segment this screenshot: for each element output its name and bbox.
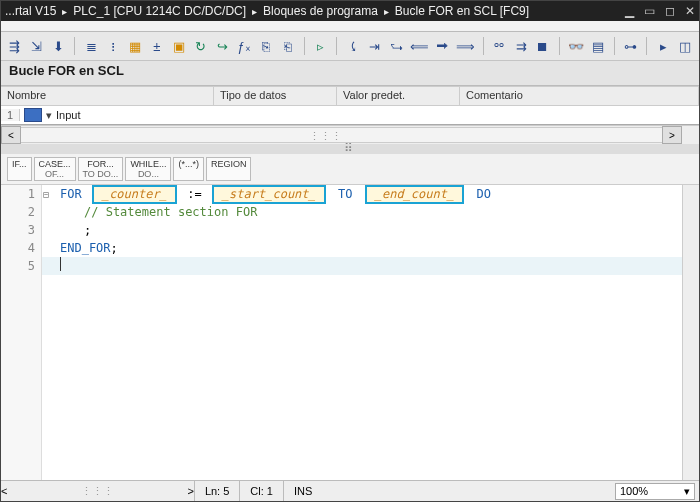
chevron-right-icon: ▸ — [384, 6, 389, 17]
block-icon[interactable]: ▦ — [127, 37, 143, 55]
kw-for: FOR — [60, 187, 82, 201]
chevron-right-icon: ▸ — [62, 6, 67, 17]
tpl-while[interactable]: WHILE...DO... — [125, 157, 171, 181]
col-default[interactable]: Valor predet. — [337, 87, 460, 105]
tool-icon[interactable]: ⎗ — [280, 37, 296, 55]
kw-do: DO — [476, 187, 490, 201]
col-comment[interactable]: Comentario — [460, 87, 699, 105]
tool-icon[interactable]: ⇲ — [29, 37, 45, 55]
panel-icon[interactable]: ◫ — [677, 37, 693, 55]
step-icon[interactable]: ⤹ — [345, 37, 361, 55]
tool-icon[interactable]: ⇶ — [7, 37, 23, 55]
comment-line: // Statement section FOR — [60, 205, 257, 219]
step-icon[interactable]: ⇥ — [367, 37, 383, 55]
interface-grid: Nombre Tipo de datos Valor predet. Comen… — [1, 86, 699, 125]
indent-icon[interactable]: ⫶ — [105, 37, 121, 55]
step-icon[interactable]: ⟸ — [411, 37, 429, 55]
breadcrumb-block[interactable]: Bucle FOR en SCL [FC9] — [395, 4, 529, 18]
scroll-left-icon[interactable]: < — [1, 126, 21, 144]
chevron-down-icon: ▾ — [684, 485, 690, 498]
refresh-icon[interactable]: ↻ — [193, 37, 209, 55]
kw-endfor: END_FOR — [60, 241, 111, 255]
collapse-icon[interactable]: ▾ — [46, 109, 52, 122]
tpl-case[interactable]: CASE...OF... — [34, 157, 76, 181]
watch-icon[interactable]: ᵒᵒ — [491, 37, 507, 55]
step-icon[interactable]: ⮕ — [435, 37, 451, 55]
glasses-icon[interactable]: 👓 — [568, 37, 584, 55]
interface-hscroll[interactable]: < ⋮⋮⋮ > — [1, 125, 699, 144]
scroll-track[interactable]: ⋮⋮⋮ — [21, 127, 662, 143]
link-icon[interactable]: ⊶ — [622, 37, 638, 55]
tool-icon[interactable]: ƒₓ — [236, 37, 252, 55]
row-label: Input — [56, 109, 80, 121]
code-editor[interactable]: 1 2 3 4 5 FOR _counter_ := _start_count_… — [1, 185, 699, 480]
goto-icon[interactable]: ↪ — [214, 37, 230, 55]
download-icon[interactable]: ⬇ — [51, 37, 67, 55]
status-ins: INS — [283, 481, 322, 501]
ph-end[interactable]: _end_count_ — [365, 185, 464, 204]
tool-icon[interactable]: ▤ — [590, 37, 606, 55]
list-icon[interactable]: ≣ — [83, 37, 99, 55]
semicolon: ; — [111, 241, 118, 255]
step-icon[interactable]: ⟹ — [457, 37, 475, 55]
title-bar: ...rtal V15 ▸ PLC_1 [CPU 1214C DC/DC/DC]… — [1, 1, 699, 21]
go-icon[interactable]: ⇉ — [513, 37, 529, 55]
kw-to: TO — [338, 187, 352, 201]
tpl-region[interactable]: REGION — [206, 157, 252, 181]
line-gutter: 1 2 3 4 5 — [1, 185, 42, 480]
col-name[interactable]: Nombre — [1, 87, 214, 105]
close-button[interactable]: ✕ — [685, 4, 695, 18]
monitor-icon[interactable]: ▣ — [171, 37, 187, 55]
status-bar: < ⋮⋮⋮ > Ln: 5 Cl: 1 INS 100%▾ — [1, 480, 699, 501]
tpl-comment[interactable]: (*...*) — [173, 157, 204, 181]
tpl-for[interactable]: FOR...TO DO... — [78, 157, 124, 181]
minimize-button[interactable]: ▁ — [625, 4, 634, 18]
splitter[interactable]: ⠿ — [1, 144, 699, 154]
compile-icon[interactable]: ▹ — [313, 37, 329, 55]
row-number: 1 — [1, 109, 20, 121]
cursor-line[interactable] — [42, 257, 682, 275]
op-assign: := — [187, 187, 201, 201]
breadcrumb-portal: ...rtal V15 — [5, 4, 56, 18]
tag-icon — [24, 108, 42, 122]
ph-start[interactable]: _start_count_ — [212, 185, 326, 204]
maximize-button[interactable]: ◻ — [665, 4, 675, 18]
scroll-right-icon[interactable]: > — [662, 126, 682, 144]
hscroll-thumb[interactable]: ⋮⋮⋮ — [7, 485, 187, 498]
editor-vscroll[interactable] — [682, 185, 699, 480]
editor-toolbar: ⇶ ⇲ ⬇ ≣ ⫶ ▦ ± ▣ ↻ ↪ ƒₓ ⎘ ⎗ ▹ ⤹ ⇥ ⮑ ⟸ ⮕ ⟹… — [1, 32, 699, 61]
col-type[interactable]: Tipo de datos — [214, 87, 337, 105]
restore-button[interactable]: ▭ — [644, 4, 655, 18]
stop-icon[interactable]: ⏹ — [535, 37, 551, 55]
step-icon[interactable]: ⮑ — [389, 37, 405, 55]
breadcrumb-folder[interactable]: Bloques de programa — [263, 4, 378, 18]
grid-row-input[interactable]: 1 ▾ Input — [1, 106, 699, 124]
expand-icon[interactable]: ▸ — [655, 37, 671, 55]
chevron-right-icon: ▸ — [252, 6, 257, 17]
status-col: Cl: 1 — [239, 481, 283, 501]
tpl-if[interactable]: IF... — [7, 157, 32, 181]
tab-strip — [1, 21, 699, 32]
breadcrumb-plc[interactable]: PLC_1 [CPU 1214C DC/DC/DC] — [73, 4, 246, 18]
semicolon: ; — [60, 223, 91, 237]
tool-icon[interactable]: ± — [149, 37, 165, 55]
ph-counter[interactable]: _counter_ — [92, 185, 177, 204]
function-title: Bucle FOR en SCL — [1, 61, 699, 86]
status-line: Ln: 5 — [194, 481, 239, 501]
zoom-selector[interactable]: 100%▾ — [615, 483, 695, 500]
tool-icon[interactable]: ⎘ — [258, 37, 274, 55]
code-area[interactable]: FOR _counter_ := _start_count_ TO _end_c… — [42, 185, 682, 480]
scl-template-bar: IF... CASE...OF... FOR...TO DO... WHILE.… — [1, 154, 699, 185]
